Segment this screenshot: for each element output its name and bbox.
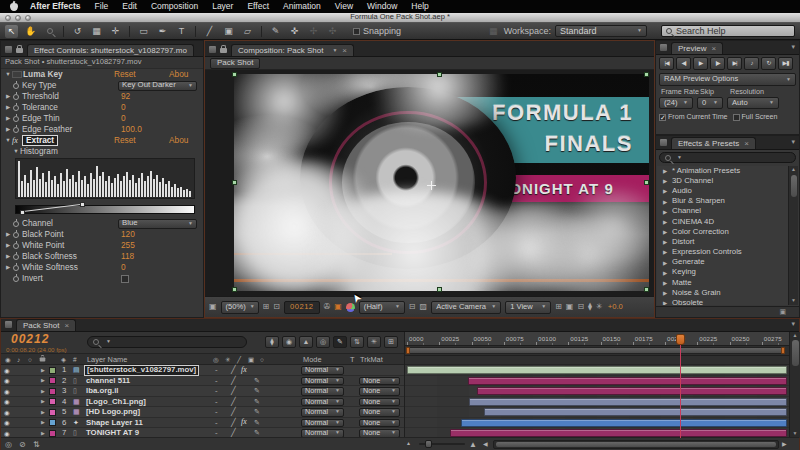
twirl-icon[interactable]: ▶: [4, 242, 12, 248]
scroll-up-icon[interactable]: ▲: [791, 167, 796, 173]
layer-row[interactable]: ◉▶1▤[shutterstock_v1082797.mov]-╱fxNorma…: [1, 365, 404, 376]
twirl-closed-icon[interactable]: ▶: [661, 188, 669, 194]
panel-grabber-icon[interactable]: [660, 44, 667, 51]
effects-category[interactable]: ▶Channel: [657, 207, 788, 217]
from-current-time-checkbox[interactable]: ✓: [659, 114, 666, 121]
collapse-switch[interactable]: -: [215, 398, 218, 407]
close-icon[interactable]: ×: [744, 139, 749, 148]
work-area-bar[interactable]: [407, 347, 784, 354]
zoom-in-mountain-icon[interactable]: ▲: [469, 440, 477, 449]
exposure-value[interactable]: +0.0: [608, 303, 623, 312]
effects-category[interactable]: ▶CINEMA 4D: [657, 217, 788, 227]
anchor-point[interactable]: [427, 181, 436, 190]
brush-tool-icon[interactable]: ╱: [203, 25, 216, 38]
flowchart-icon[interactable]: ⧫: [588, 302, 592, 311]
tab-preview[interactable]: Preview ×: [671, 42, 723, 54]
collapse-switch[interactable]: -: [215, 366, 218, 375]
pan-behind-tool-icon[interactable]: ✛: [109, 25, 122, 38]
menu-help[interactable]: Help: [411, 2, 428, 12]
layer-name[interactable]: lba.org.il: [86, 387, 119, 396]
twirl-open-icon[interactable]: ▼: [4, 71, 12, 77]
quality-switch[interactable]: ╱: [231, 377, 236, 386]
twirl-icon[interactable]: ▶: [4, 115, 12, 121]
quality-switch[interactable]: ╱: [231, 408, 236, 417]
apple-logo[interactable]: [10, 3, 18, 11]
menu-edit[interactable]: Edit: [122, 2, 137, 12]
current-time-field[interactable]: 00212: [284, 301, 320, 314]
trkmat-column[interactable]: TrkMat: [360, 356, 383, 365]
graph-editor-icon[interactable]: ⊞: [384, 336, 398, 348]
timeline-horizontal-scrollbar[interactable]: [493, 440, 779, 449]
menu-layer[interactable]: Layer: [212, 2, 233, 12]
selection-tool-icon[interactable]: ↖: [5, 25, 18, 38]
twirl-closed-icon[interactable]: ▶: [41, 389, 45, 395]
stopwatch-icon[interactable]: [13, 232, 19, 238]
skip-dropdown[interactable]: 0 ▼: [697, 97, 723, 109]
black-point-handle[interactable]: [20, 210, 25, 215]
stopwatch-icon[interactable]: [13, 105, 19, 111]
stopwatch-icon[interactable]: [13, 127, 19, 133]
audio-button[interactable]: ♪: [744, 57, 759, 70]
zoom-window-button[interactable]: [25, 15, 31, 21]
paint-icon[interactable]: ✎: [254, 408, 260, 416]
paint-icon[interactable]: ✎: [254, 429, 260, 437]
effects-search-input[interactable]: ▼: [659, 152, 796, 163]
composition-viewer[interactable]: FORMULA 1 FINALS TONIGHT AT 9: [205, 70, 654, 296]
layer-duration-bar[interactable]: [477, 387, 787, 395]
resolution-dropdown-preview[interactable]: Auto ▼: [727, 97, 779, 109]
twirl-closed-icon[interactable]: ▶: [661, 168, 669, 174]
puppet-pin-tool-icon[interactable]: ✜: [288, 25, 301, 38]
quality-switch[interactable]: ╱: [231, 387, 236, 396]
scrollbar-thumb[interactable]: [791, 175, 797, 197]
property-dropdown[interactable]: Blue▼: [118, 219, 197, 229]
layer-duration-bar[interactable]: [407, 366, 787, 374]
twirl-closed-icon[interactable]: ▶: [661, 239, 669, 245]
eye-icon[interactable]: ◉: [4, 398, 10, 405]
effects-category[interactable]: ▶Audio: [657, 186, 788, 196]
loop-button[interactable]: ↻: [761, 57, 776, 70]
scroll-up-icon[interactable]: ▲: [793, 333, 798, 339]
first-frame-button[interactable]: |◀: [659, 57, 674, 70]
eye-icon[interactable]: ◉: [4, 430, 10, 437]
stopwatch-icon[interactable]: [13, 265, 19, 271]
lock-icon[interactable]: [16, 48, 23, 53]
property-value[interactable]: 92: [121, 92, 130, 102]
mode-column[interactable]: Mode: [303, 356, 322, 365]
layer-duration-bar[interactable]: [450, 429, 787, 437]
luma-key-header[interactable]: ▼ Luma Key Reset Abou: [1, 69, 203, 80]
snapping-toggle[interactable]: Snapping: [353, 26, 401, 36]
zoom-tool-icon[interactable]: [43, 25, 56, 38]
property-value[interactable]: 0: [121, 263, 126, 273]
camera-tool-icon[interactable]: ▦: [90, 25, 103, 38]
panel-grabber-icon[interactable]: [5, 321, 12, 328]
eye-icon[interactable]: ◉: [4, 367, 10, 374]
twirl-closed-icon[interactable]: ▶: [41, 431, 45, 437]
current-time-display[interactable]: 00212: [11, 333, 49, 347]
rotate-tool-icon[interactable]: ↺: [71, 25, 84, 38]
scrollbar-thumb[interactable]: [792, 340, 799, 366]
effects-category[interactable]: ▶3D Channel: [657, 176, 788, 186]
menu-file[interactable]: File: [95, 2, 109, 12]
snapshot-icon[interactable]: ✇: [324, 302, 331, 311]
composition-image[interactable]: FORMULA 1 FINALS TONIGHT AT 9: [234, 74, 649, 291]
twirl-closed-icon[interactable]: ▶: [661, 199, 669, 205]
selection-handle[interactable]: [232, 287, 237, 292]
twirl-closed-icon[interactable]: ▶: [661, 300, 669, 305]
quality-switch[interactable]: ╱: [231, 398, 236, 407]
effects-category[interactable]: ▶Keying: [657, 268, 788, 278]
collapse-switch[interactable]: -: [215, 387, 218, 396]
search-help-input[interactable]: Search Help: [661, 25, 795, 37]
blend-mode-dropdown[interactable]: Normal▼: [301, 419, 344, 428]
new-folder-icon[interactable]: ▣: [779, 308, 786, 316]
ram-preview-options-dropdown[interactable]: RAM Preview Options ▼: [659, 73, 796, 86]
view-layout-dropdown[interactable]: 1 View ▼: [505, 301, 551, 314]
extract-header[interactable]: ▼ fx Extract Reset Abou: [1, 135, 203, 146]
exposure-icon[interactable]: ✳: [596, 302, 603, 311]
magnification-dropdown[interactable]: (50%) ▼: [221, 301, 259, 314]
reset-link[interactable]: Reset: [114, 136, 136, 146]
type-tool-icon[interactable]: T: [175, 25, 188, 38]
full-screen-checkbox[interactable]: [733, 114, 740, 121]
twirl-closed-icon[interactable]: ▶: [661, 178, 669, 184]
stopwatch-icon[interactable]: [13, 116, 19, 122]
effects-category[interactable]: ▶Expression Controls: [657, 248, 788, 258]
